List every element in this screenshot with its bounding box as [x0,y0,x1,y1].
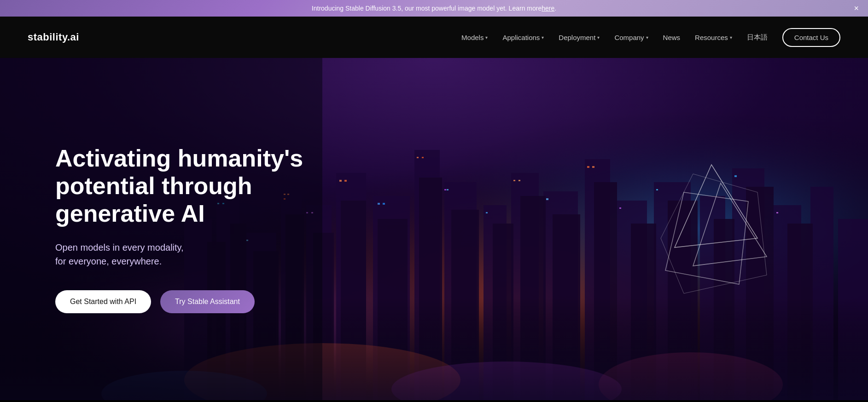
nav-item-deployment[interactable]: Deployment ▾ [559,34,600,41]
announcement-link[interactable]: here [542,5,554,12]
svg-marker-77 [661,174,767,293]
resources-dropdown-icon: ▾ [730,35,732,40]
hero-subtitle: Open models in every modality, for every… [55,241,359,268]
try-stable-assistant-button[interactable]: Try Stable Assistant [160,290,255,313]
navbar: stability.ai Models ▾ Applications ▾ Dep… [0,17,868,58]
svg-marker-76 [665,192,748,284]
hero-content: Activating humanity's potential through … [0,145,414,313]
hero-title: Activating humanity's potential through … [55,145,359,227]
hero-buttons: Get Started with API Try Stable Assistan… [55,290,359,313]
hero-section: Activating humanity's potential through … [0,58,868,400]
nav-item-company[interactable]: Company ▾ [614,34,648,41]
nav-item-contact[interactable]: Contact Us [782,28,840,47]
applications-dropdown-icon: ▾ [542,35,544,40]
geometric-decoration [647,155,776,303]
nav-item-japanese[interactable]: 日本語 [747,33,768,42]
deployment-dropdown-icon: ▾ [597,35,600,40]
svg-marker-74 [675,165,757,247]
models-dropdown-icon: ▾ [485,35,488,40]
announcement-text: Introducing Stable Diffusion 3.5, our mo… [312,5,542,12]
nav-item-resources[interactable]: Resources ▾ [695,34,732,41]
company-dropdown-icon: ▾ [646,35,648,40]
nav-item-models[interactable]: Models ▾ [461,34,488,41]
get-started-api-button[interactable]: Get Started with API [55,290,151,313]
announcement-bar: Introducing Stable Diffusion 3.5, our mo… [0,0,868,17]
announcement-close-button[interactable]: × [854,4,859,12]
nav-menu: Models ▾ Applications ▾ Deployment ▾ Com… [461,28,840,47]
nav-item-applications[interactable]: Applications ▾ [502,34,544,41]
nav-item-news[interactable]: News [663,34,681,41]
brand-logo[interactable]: stability.ai [28,31,79,43]
